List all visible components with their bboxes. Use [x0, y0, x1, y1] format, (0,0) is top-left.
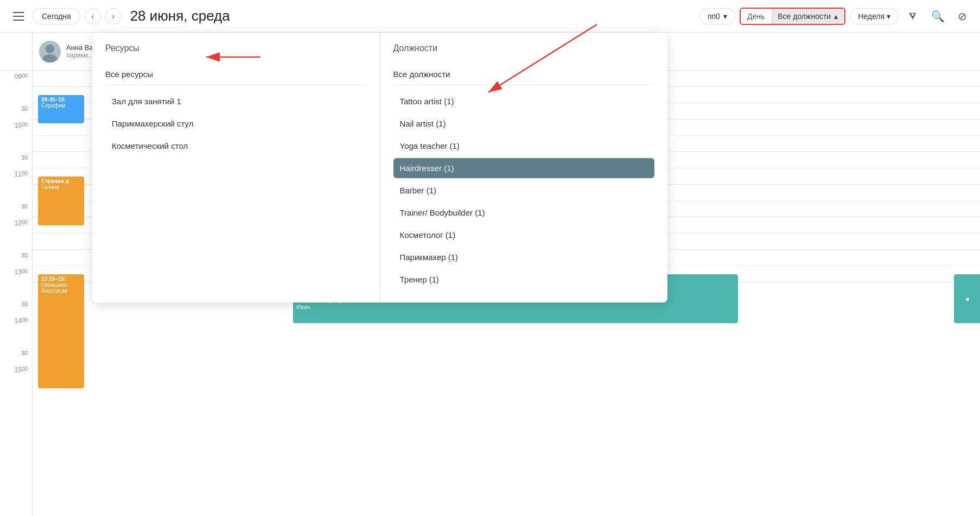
- search-button[interactable]: 🔍: [927, 8, 949, 25]
- avatar: [39, 41, 61, 62]
- time-column: 0900 30 1000 30 1100 30 1200 30 1300 30 …: [0, 33, 33, 516]
- time-1130: 30: [0, 201, 32, 217]
- positions-section: Должности Все должности Tattoo artist (1…: [380, 33, 668, 303]
- filter-n-button[interactable]: пп0 ▾: [699, 8, 735, 24]
- position-item-0[interactable]: Tattoo artist (1): [393, 91, 655, 111]
- event-right-edge[interactable]: ●: [954, 274, 980, 323]
- position-item-3[interactable]: Hairdresser (1): [393, 158, 655, 178]
- position-item-8[interactable]: Тренер (1): [393, 269, 655, 290]
- filter-group: пп0 ▾ День Все должности ▴ Неделя ▾ ⛛ 🔍 …: [699, 8, 971, 25]
- chevron-down-icon-week: ▾: [887, 12, 890, 21]
- time-1030: 30: [0, 152, 32, 168]
- time-1500: 1500: [0, 364, 32, 397]
- position-item-2[interactable]: Yoga teacher (1): [393, 136, 655, 156]
- settings-button[interactable]: ⊘: [953, 8, 971, 25]
- positions-dropdown: День Все должности ▴: [740, 8, 845, 25]
- page-title: 28 июня, среда: [130, 8, 695, 24]
- time-1200: 1200: [0, 217, 32, 250]
- time-1330: 30: [0, 299, 32, 315]
- position-item-4[interactable]: Barber (1): [393, 180, 655, 200]
- time-1300: 1300: [0, 266, 32, 299]
- svg-point-1: [46, 45, 54, 53]
- positions-filter-button[interactable]: Все должности ▴: [771, 9, 844, 24]
- next-button[interactable]: ›: [105, 8, 122, 24]
- dropdown-menu: Ресурсы Все ресурсы Зал для занятий 1 Па…: [92, 33, 667, 303]
- time-0900: 0900: [0, 71, 32, 103]
- positions-title: Должности: [393, 43, 655, 53]
- event-anastasia[interactable]: 13:15–15: Окрашива Анастасия: [38, 274, 84, 388]
- resource-item-0[interactable]: Зал для занятий 1: [105, 91, 367, 111]
- event-serafim[interactable]: 09:45–10: Серафим: [38, 95, 84, 123]
- resources-title: Ресурсы: [105, 43, 367, 53]
- resource-item-1[interactable]: Парикмахерский стул: [105, 114, 367, 134]
- time-header-spacer: [0, 33, 32, 71]
- event-galina[interactable]: Стрижка д Галина: [38, 177, 84, 225]
- time-1100: 1100: [0, 168, 32, 201]
- menu-button[interactable]: [9, 7, 28, 26]
- day-view-button[interactable]: День: [741, 9, 771, 24]
- all-positions-item[interactable]: Все должности: [393, 64, 655, 85]
- time-1230: 30: [0, 250, 32, 266]
- time-1000: 1000: [0, 119, 32, 152]
- time-1430: 30: [0, 348, 32, 364]
- all-resources-item[interactable]: Все ресурсы: [105, 64, 367, 85]
- toolbar: Сегодня ‹ › 28 июня, среда пп0 ▾ День Вс…: [0, 0, 980, 33]
- chevron-down-icon: ▾: [723, 12, 727, 21]
- filter-icon-button[interactable]: ⛛: [903, 8, 922, 24]
- time-0930: 30: [0, 103, 32, 119]
- position-item-7[interactable]: Парикмахер (1): [393, 247, 655, 267]
- prev-button[interactable]: ‹: [85, 8, 101, 24]
- resource-item-2[interactable]: Косметический стол: [105, 136, 367, 156]
- position-item-6[interactable]: Косметолог (1): [393, 225, 655, 245]
- position-item-1[interactable]: Nail artist (1): [393, 114, 655, 134]
- week-view-button[interactable]: Неделя ▾: [850, 8, 899, 24]
- today-button[interactable]: Сегодня: [33, 8, 80, 24]
- chevron-up-icon: ▴: [834, 12, 838, 21]
- resources-section: Ресурсы Все ресурсы Зал для занятий 1 Па…: [92, 33, 380, 303]
- position-item-5[interactable]: Trainer/ Bodybuilder (1): [393, 203, 655, 223]
- time-1400: 1400: [0, 315, 32, 348]
